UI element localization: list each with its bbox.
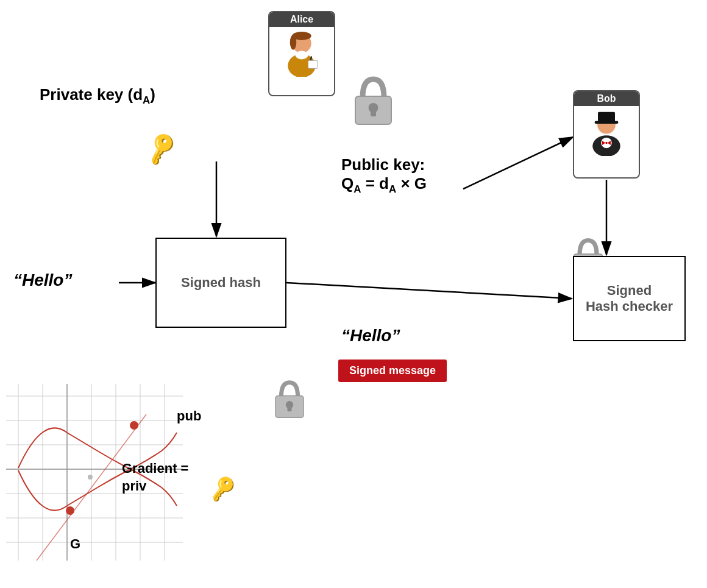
svg-rect-16 — [371, 108, 376, 116]
private-key-icon: 🔑 — [142, 130, 180, 167]
g-point-label: G — [70, 536, 80, 552]
svg-point-11 — [296, 51, 308, 59]
pub-point-label: pub — [177, 408, 201, 424]
hash-checker-box: SignedHash checker — [573, 256, 686, 341]
svg-rect-13 — [308, 60, 318, 68]
hash-checker-label: SignedHash checker — [586, 283, 673, 314]
gradient-key-icon: 🔑 — [208, 475, 238, 503]
bob-figure — [585, 107, 628, 156]
svg-point-50 — [130, 421, 138, 430]
public-key-padlock-icon — [350, 73, 396, 138]
bob-box: Bob — [573, 90, 640, 179]
bob-header: Bob — [574, 91, 639, 106]
signed-message-badge: Signed message — [338, 360, 447, 382]
hello-output-label: “Hello” — [341, 326, 400, 345]
svg-line-5 — [463, 137, 573, 189]
svg-point-21 — [605, 142, 608, 144]
svg-point-48 — [66, 506, 74, 515]
public-key-label: Public key: QA = dA × G — [341, 155, 427, 196]
alice-header: Alice — [269, 12, 334, 27]
alice-box: Alice — [268, 11, 335, 96]
alice-figure — [280, 28, 323, 77]
hello-input-label: “Hello” — [13, 271, 72, 290]
svg-rect-30 — [288, 405, 292, 411]
svg-rect-24 — [595, 121, 619, 124]
svg-point-10 — [290, 35, 297, 50]
svg-point-49 — [88, 475, 93, 480]
signed-hash-label: Signed hash — [181, 275, 261, 291]
private-key-label: Private key (dA) — [40, 85, 155, 107]
padlock-bottom-svg — [271, 378, 308, 420]
signed-hash-padlock-icon — [271, 378, 308, 429]
gradient-label: Gradient = priv — [122, 460, 188, 495]
signed-hash-box: Signed hash — [155, 238, 286, 328]
padlock-svg — [350, 73, 396, 128]
svg-line-4 — [286, 283, 572, 299]
diagram: Private key (dA) 🔑 Alice — [0, 0, 707, 588]
